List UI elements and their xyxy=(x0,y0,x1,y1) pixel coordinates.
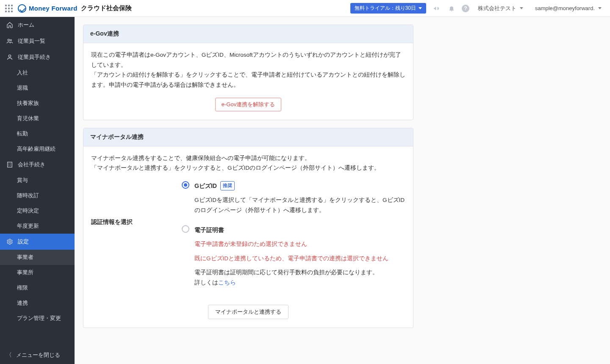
egov-card-title: e-Gov連携 xyxy=(83,25,413,43)
sidebar-sub-plan[interactable]: プラン管理・変更 xyxy=(0,311,75,326)
sidebar: ホーム 従業員一覧 従業員手続き 入社 退職 扶養家族 育児休業 転勤 高年齢雇… xyxy=(0,17,75,364)
sidebar-item-label: 設定 xyxy=(18,238,29,245)
apps-grid-icon[interactable] xyxy=(5,5,13,12)
mynaportal-card: マイナポータル連携 マイナポータル連携をすることで、健康保険組合への電子申請が可… xyxy=(83,128,413,328)
sidebar-sub-periodic[interactable]: 定時決定 xyxy=(0,203,75,218)
auth-option-error: 電子申請書が未登録のため選択できません xyxy=(194,239,405,249)
user-menu[interactable]: sample@moneyforward. xyxy=(532,5,605,11)
chevron-down-icon xyxy=(520,7,523,9)
company-name: 株式会社テスト xyxy=(478,5,516,12)
user-icon xyxy=(6,54,14,61)
auth-option-title: GビズID xyxy=(194,181,217,191)
logo-mark-icon xyxy=(18,4,26,13)
company-selector[interactable]: 株式会社テスト xyxy=(474,5,527,12)
sidebar-item-label: 従業員一覧 xyxy=(18,37,45,45)
auth-select-label: 認証情報を選択 xyxy=(91,181,172,297)
egov-card: e-Gov連携 現在この電子申請者はe-Govアカウント、GビズID、Micro… xyxy=(83,25,413,120)
mynaportal-description: マイナポータル連携をすることで、健康保険組合への電子申請が可能になります。 「マ… xyxy=(91,153,405,173)
sidebar-item-employees[interactable]: 従業員一覧 xyxy=(0,33,75,49)
home-icon xyxy=(6,22,14,28)
chevron-down-icon xyxy=(598,7,602,9)
bell-icon[interactable] xyxy=(446,5,457,12)
auth-option-gbizid[interactable]: GビズID 推奨 GビズIDを選択して「マイナポータルと連携する」をクリックする… xyxy=(182,181,405,215)
sidebar-collapse-label: メニューを閉じる xyxy=(16,351,60,359)
help-icon[interactable]: ? xyxy=(462,5,469,12)
sidebar-sub-annual[interactable]: 年度更新 xyxy=(0,218,75,234)
ecert-details-link[interactable]: こちら xyxy=(218,279,236,286)
announcement-icon[interactable] xyxy=(431,5,441,12)
svg-point-2 xyxy=(8,55,11,57)
sidebar-sub-childcare[interactable]: 育児休業 xyxy=(0,111,75,126)
sidebar-sub-transfer[interactable]: 転勤 xyxy=(0,126,75,141)
svg-rect-3 xyxy=(8,162,12,167)
radio-ecert[interactable] xyxy=(182,225,189,233)
auth-option-error: 既にGビズIDと連携しているため、電子申請書での連携は選択できません xyxy=(194,254,405,264)
radio-gbizid[interactable] xyxy=(182,181,189,189)
logo-subtitle: クラウド社会保険 xyxy=(81,4,132,12)
product-logo[interactable]: Money Forward クラウド社会保険 xyxy=(18,4,132,13)
sidebar-sub-permission[interactable]: 権限 xyxy=(0,280,75,295)
egov-description: 現在この電子申請者はe-Govアカウント、GビズID、Microsoftアカウン… xyxy=(91,50,405,90)
sidebar-sub-leave[interactable]: 退職 xyxy=(0,80,75,96)
sidebar-item-label: 会社手続き xyxy=(18,161,45,168)
user-email: sample@moneyforward. xyxy=(535,5,595,11)
chevron-down-icon xyxy=(419,7,422,9)
recommended-badge: 推奨 xyxy=(220,181,235,190)
sidebar-sub-office[interactable]: 事業所 xyxy=(0,265,75,280)
auth-option-note: 電子証明書は証明期間に応じて発行手数料の負担が必要になります。 詳しくはこちら xyxy=(194,267,405,287)
mynaportal-card-title: マイナポータル連携 xyxy=(83,128,413,146)
mynaportal-connect-button[interactable]: マイナポータルと連携する xyxy=(208,305,288,319)
svg-point-0 xyxy=(8,39,9,41)
chevron-left-icon: 〈 xyxy=(6,351,12,359)
gear-icon xyxy=(6,238,14,245)
sidebar-sub-business[interactable]: 事業者 xyxy=(0,250,75,265)
sidebar-item-label: ホーム xyxy=(18,21,34,29)
svg-point-1 xyxy=(10,39,11,41)
sidebar-sub-dependents[interactable]: 扶養家族 xyxy=(0,96,75,111)
sidebar-collapse-button[interactable]: 〈 メニューを閉じる xyxy=(0,346,75,364)
sidebar-sub-elderly[interactable]: 高年齢雇用継続 xyxy=(0,141,75,157)
sidebar-item-company-procedures[interactable]: 会社手続き xyxy=(0,157,75,173)
sidebar-item-settings[interactable]: 設定 xyxy=(0,234,75,250)
svg-point-4 xyxy=(9,241,11,243)
sidebar-sub-integration[interactable]: 連携 xyxy=(0,295,75,311)
egov-disconnect-button[interactable]: e-Gov連携を解除する xyxy=(215,98,281,111)
auth-option-title: 電子証明書 xyxy=(194,225,224,235)
main-content: e-Gov連携 現在この電子申請者はe-Govアカウント、GビズID、Micro… xyxy=(75,17,610,364)
sidebar-item-label: 従業員手続き xyxy=(18,53,51,61)
sidebar-item-employee-procedures[interactable]: 従業員手続き xyxy=(0,49,75,65)
logo-text: Money Forward xyxy=(29,5,78,12)
sidebar-sub-join[interactable]: 入社 xyxy=(0,65,75,80)
trial-status-pill[interactable]: 無料トライアル：残り30日 xyxy=(350,3,426,14)
sidebar-sub-revision[interactable]: 随時改訂 xyxy=(0,188,75,203)
auth-option-ecert[interactable]: 電子証明書 電子申請書が未登録のため選択できません 既にGビズIDと連携している… xyxy=(182,225,405,288)
auth-option-desc: GビズIDを選択して「マイナポータルと連携する」をクリックすると、GビズIDのロ… xyxy=(194,195,405,215)
trial-status-label: 無料トライアル：残り30日 xyxy=(355,5,416,12)
sidebar-item-home[interactable]: ホーム xyxy=(0,17,75,33)
app-header: Money Forward クラウド社会保険 無料トライアル：残り30日 ? 株… xyxy=(0,0,610,17)
building-icon xyxy=(6,161,14,168)
users-icon xyxy=(6,38,14,44)
sidebar-sub-bonus[interactable]: 賞与 xyxy=(0,173,75,188)
